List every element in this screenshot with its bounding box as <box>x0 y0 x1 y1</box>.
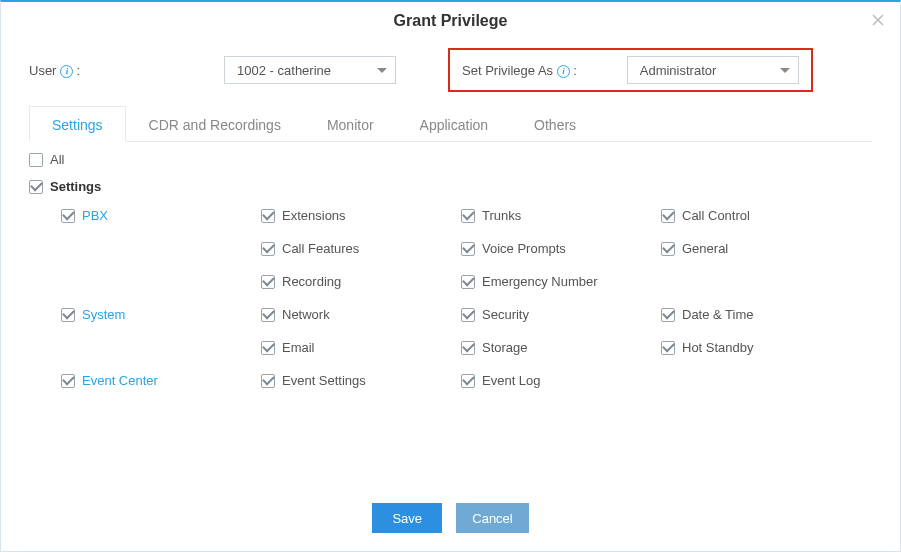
tab-settings[interactable]: Settings <box>29 106 126 142</box>
checkbox-email[interactable] <box>261 341 275 355</box>
label-trunks: Trunks <box>482 208 521 223</box>
checkbox-event-log[interactable] <box>461 374 475 388</box>
settings-heading-row: Settings <box>29 179 872 194</box>
label-call-control: Call Control <box>682 208 750 223</box>
save-button[interactable]: Save <box>372 503 442 533</box>
label-extensions: Extensions <box>282 208 346 223</box>
checkbox-call-control[interactable] <box>661 209 675 223</box>
tab-bar: Settings CDR and Recordings Monitor Appl… <box>29 106 872 142</box>
label-voice-prompts: Voice Prompts <box>482 241 566 256</box>
checkbox-pbx[interactable] <box>61 209 75 223</box>
group-pbx-label: PBX <box>82 208 108 223</box>
label-call-features: Call Features <box>282 241 359 256</box>
group-system-row2: Email Storage Hot Standby <box>61 340 872 371</box>
checkbox-hot-standby[interactable] <box>661 341 675 355</box>
checkbox-extensions[interactable] <box>261 209 275 223</box>
label-security: Security <box>482 307 529 322</box>
group-pbx-row2: Call Features Voice Prompts General <box>61 241 872 272</box>
checkbox-event-center[interactable] <box>61 374 75 388</box>
checkbox-network[interactable] <box>261 308 275 322</box>
tab-monitor[interactable]: Monitor <box>304 106 397 142</box>
checkbox-all-row: All <box>29 152 872 167</box>
info-icon[interactable] <box>60 65 73 78</box>
group-pbx-row3: Recording Emergency Number <box>61 274 872 305</box>
checkbox-system[interactable] <box>61 308 75 322</box>
label-storage: Storage <box>482 340 528 355</box>
privilege-select-value: Administrator <box>640 63 717 78</box>
group-pbx-row1: PBX Extensions Trunks Call Control <box>61 208 872 239</box>
group-event-center-row1: Event Center Event Settings Event Log <box>61 373 872 404</box>
checkbox-date-time[interactable] <box>661 308 675 322</box>
chevron-down-icon <box>780 68 790 73</box>
checkbox-emergency-number[interactable] <box>461 275 475 289</box>
checkbox-recording[interactable] <box>261 275 275 289</box>
label-emergency-number: Emergency Number <box>482 274 598 289</box>
group-system-row1: System Network Security Date & Time <box>61 307 872 338</box>
group-event-center-label: Event Center <box>82 373 158 388</box>
label-event-settings: Event Settings <box>282 373 366 388</box>
label-date-time: Date & Time <box>682 307 754 322</box>
info-icon[interactable] <box>557 65 570 78</box>
set-privilege-label: Set Privilege As : <box>462 63 577 78</box>
label-general: General <box>682 241 728 256</box>
checkbox-security[interactable] <box>461 308 475 322</box>
settings-heading: Settings <box>50 179 101 194</box>
user-select-value: 1002 - catherine <box>237 63 331 78</box>
checkbox-general[interactable] <box>661 242 675 256</box>
close-icon[interactable] <box>870 12 886 28</box>
chevron-down-icon <box>377 68 387 73</box>
checkbox-voice-prompts[interactable] <box>461 242 475 256</box>
label-recording: Recording <box>282 274 341 289</box>
checkbox-all[interactable] <box>29 153 43 167</box>
set-privilege-highlight: Set Privilege As : Administrator <box>448 48 813 92</box>
set-privilege-text: Set Privilege As <box>462 63 553 78</box>
tab-cdr-recordings[interactable]: CDR and Recordings <box>126 106 304 142</box>
label-event-log: Event Log <box>482 373 541 388</box>
checkbox-all-label: All <box>50 152 64 167</box>
dialog-title: Grant Privilege <box>394 12 508 29</box>
checkbox-event-settings[interactable] <box>261 374 275 388</box>
checkbox-call-features[interactable] <box>261 242 275 256</box>
user-label: User : <box>29 63 80 78</box>
grant-privilege-dialog: Grant Privilege User : 1002 - catherine … <box>0 0 901 552</box>
user-select[interactable]: 1002 - catherine <box>224 56 396 84</box>
checkbox-settings[interactable] <box>29 180 43 194</box>
checkbox-trunks[interactable] <box>461 209 475 223</box>
label-hot-standby: Hot Standby <box>682 340 754 355</box>
tab-others[interactable]: Others <box>511 106 599 142</box>
user-label-text: User <box>29 63 56 78</box>
label-email: Email <box>282 340 315 355</box>
cancel-button[interactable]: Cancel <box>456 503 528 533</box>
dialog-body: User : 1002 - catherine Set Privilege As… <box>1 36 900 491</box>
dialog-footer: Save Cancel <box>1 491 900 551</box>
label-network: Network <box>282 307 330 322</box>
config-row: User : 1002 - catherine Set Privilege As… <box>29 48 872 92</box>
group-system-label: System <box>82 307 125 322</box>
checkbox-storage[interactable] <box>461 341 475 355</box>
colon: : <box>573 63 577 78</box>
tab-application[interactable]: Application <box>397 106 512 142</box>
colon: : <box>76 63 80 78</box>
dialog-header: Grant Privilege <box>1 2 900 36</box>
privilege-select[interactable]: Administrator <box>627 56 799 84</box>
